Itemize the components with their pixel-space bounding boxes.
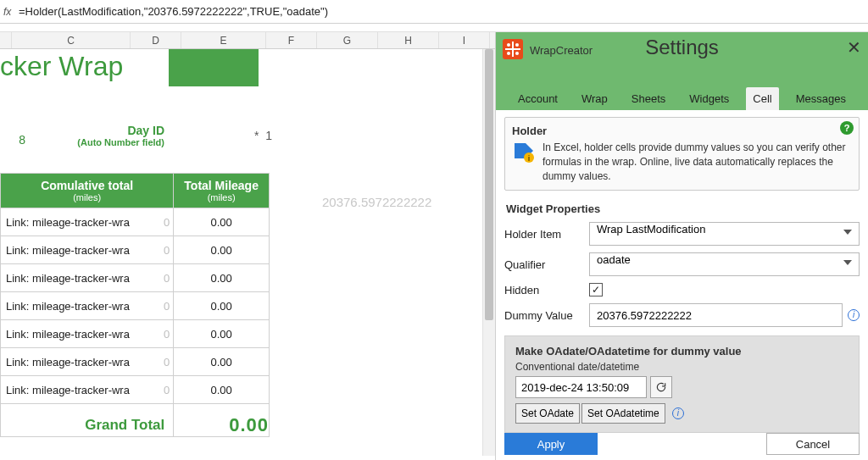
col-header-main: Total Mileage	[184, 179, 259, 192]
selected-cell-highlight[interactable]	[169, 49, 259, 86]
star-value: 1	[265, 129, 272, 142]
panel-body: ? Holder i In Excel, holder cells provid…	[496, 110, 868, 440]
qualifier-label: Qualifier	[504, 258, 589, 271]
table-row-mileage: 0.00	[174, 236, 270, 264]
oadate-title: Make OAdate/OAdatetime for dummy value	[515, 345, 849, 357]
col-header-sub: (miles)	[4, 192, 170, 202]
dummy-value-label: Dummy Value	[504, 309, 589, 322]
help-icon[interactable]: ?	[840, 121, 854, 135]
col-header[interactable]: E	[181, 32, 266, 48]
col-header-sub: (miles)	[177, 192, 265, 202]
holder-title: Holder	[512, 125, 852, 137]
panel-tabs: AccountWrapSheetsWidgetsCellMessages	[496, 85, 868, 110]
panel-header: WrapCreator Settings ✕	[496, 32, 868, 85]
table-row-link[interactable]: Link: mileage-tracker-wra	[1, 208, 174, 236]
cancel-button[interactable]: Cancel	[766, 433, 860, 455]
svg-text:i: i	[528, 154, 530, 163]
chevron-down-icon	[843, 260, 852, 265]
holder-item-select[interactable]: Wrap LastModification	[589, 222, 860, 246]
table-row-link[interactable]: Link: mileage-tracker-wra	[1, 264, 174, 292]
holder-tag-icon: i	[512, 141, 536, 164]
table-row-mileage: 0.00	[174, 320, 270, 348]
formula-text[interactable]: =Holder(LastModification,"20376.59722222…	[19, 5, 328, 18]
col-header[interactable]: C	[12, 32, 131, 48]
day-id-label: Day ID	[0, 124, 164, 137]
fx-icon[interactable]: fx	[3, 6, 19, 18]
dummy-value-input[interactable]	[589, 303, 843, 327]
hidden-checkbox[interactable]	[589, 283, 603, 297]
conventional-date-input[interactable]	[515, 376, 647, 398]
qualifier-select[interactable]: oadate	[589, 252, 860, 276]
set-oadatetime-button[interactable]: Set OAdatetime	[581, 403, 665, 424]
holder-description: In Excel, holder cells provide dummy val…	[542, 141, 852, 183]
col-header[interactable]	[0, 32, 12, 48]
qualifier-value: oadate	[597, 253, 631, 266]
tab-account[interactable]: Account	[511, 87, 565, 110]
tab-messages[interactable]: Messages	[789, 87, 853, 110]
col-header-cumulative: Comulative total (miles)	[1, 174, 174, 208]
panel-title: Settings	[496, 36, 868, 59]
ribbon-gap	[0, 24, 868, 32]
mileage-table: Comulative total (miles) Total Mileage (…	[0, 173, 270, 437]
wrapcreator-panel: WrapCreator Settings ✕ AccountWrapSheets…	[495, 32, 868, 460]
table-row-mileage: 0.00	[174, 348, 270, 376]
sheet-title: cker Wrap	[0, 51, 123, 82]
col-header[interactable]: D	[131, 32, 181, 48]
holder-info-box: ? Holder i In Excel, holder cells provid…	[504, 117, 860, 191]
table-row-mileage: 0.00	[174, 264, 270, 292]
vertical-scrollbar[interactable]	[482, 49, 495, 456]
hidden-label: Hidden	[504, 284, 589, 297]
info-icon[interactable]: i	[672, 407, 684, 419]
holder-item-value: Wrap LastModification	[597, 223, 705, 236]
set-oadate-button[interactable]: Set OAdate	[515, 403, 580, 424]
grand-total-value: 0.00	[174, 404, 270, 437]
info-icon[interactable]: i	[848, 309, 860, 321]
holder-item-label: Holder Item	[504, 228, 589, 241]
tab-cell[interactable]: Cell	[746, 87, 778, 110]
formula-bar: fx =Holder(LastModification,"20376.59722…	[0, 0, 868, 24]
col-header[interactable]: I	[439, 32, 490, 48]
table-row-mileage: 0.00	[174, 376, 270, 404]
col-header-main: Comulative total	[41, 179, 133, 192]
table-row-mileage: 0.00	[174, 292, 270, 320]
refresh-icon[interactable]	[650, 376, 672, 398]
col-header[interactable]: F	[266, 32, 317, 48]
day-id-block: Day ID (Auto Number field)	[0, 124, 170, 147]
tab-widgets[interactable]: Widgets	[682, 87, 736, 110]
chevron-down-icon	[843, 230, 852, 235]
col-header[interactable]: G	[317, 32, 378, 48]
star-marker: *	[254, 129, 259, 142]
grand-total-label: Grand Total	[1, 404, 174, 437]
table-row-link[interactable]: Link: mileage-tracker-wra	[1, 236, 174, 264]
star-cell: * 1	[254, 129, 272, 142]
table-row-link[interactable]: Link: mileage-tracker-wra	[1, 292, 174, 320]
oadate-float-cell: 20376.5972222222	[322, 195, 431, 209]
widget-properties-title: Widget Properties	[506, 202, 860, 215]
panel-footer: Apply Cancel	[504, 433, 860, 455]
tab-wrap[interactable]: Wrap	[575, 87, 615, 110]
oadate-helper-box: Make OAdate/OAdatetime for dummy value C…	[504, 335, 860, 433]
table-row-link[interactable]: Link: mileage-tracker-wra	[1, 348, 174, 376]
close-icon[interactable]: ✕	[847, 37, 861, 58]
col-header-total: Total Mileage (miles)	[174, 174, 270, 208]
col-header[interactable]: H	[378, 32, 439, 48]
tab-sheets[interactable]: Sheets	[625, 87, 672, 110]
table-row-link[interactable]: Link: mileage-tracker-wra	[1, 376, 174, 404]
table-row-mileage: 0.00	[174, 208, 270, 236]
day-id-sublabel: (Auto Number field)	[0, 137, 164, 147]
apply-button[interactable]: Apply	[504, 433, 598, 455]
table-row-link[interactable]: Link: mileage-tracker-wra	[1, 320, 174, 348]
oadate-sub: Conventional date/datetime	[515, 361, 849, 373]
